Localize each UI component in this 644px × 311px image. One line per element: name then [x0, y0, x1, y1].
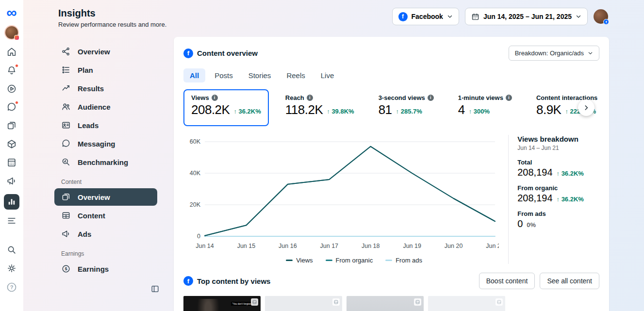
info-icon[interactable]	[212, 95, 218, 101]
metric-label: 3-second views	[379, 94, 425, 101]
svg-text:?: ?	[10, 284, 14, 290]
svg-text:20K: 20K	[190, 201, 201, 208]
calendar-icon	[471, 13, 479, 21]
tab-reels[interactable]: Reels	[280, 68, 311, 82]
metric-card-views[interactable]: Views 208.2K↑ 36.2K%	[183, 89, 269, 126]
media-type-icon	[332, 298, 340, 306]
sidebar-item-label: Leads	[78, 121, 99, 130]
profile-avatar[interactable]	[594, 9, 608, 24]
breakdown-value: 0	[517, 219, 523, 229]
svg-text:Jun 14: Jun 14	[196, 243, 214, 249]
svg-text:Jun 21: Jun 21	[486, 243, 499, 249]
sidebar-item-label: Audience	[78, 103, 111, 111]
sidebar-item-label: Content	[78, 212, 105, 220]
breakdown-row-total: Total 208,194↑ 36.2K%	[517, 159, 599, 177]
date-range-button[interactable]: Jun 14, 2025 – Jun 21, 2025	[465, 8, 588, 25]
sidebar-item-label: Ads	[78, 230, 91, 238]
legend-swatch	[326, 260, 332, 262]
chevron-down-icon	[588, 50, 593, 56]
info-icon[interactable]	[307, 95, 313, 101]
see-all-content-button[interactable]: See all content	[540, 273, 599, 289]
sidebar-item-ads[interactable]: Ads	[54, 225, 157, 243]
top-content-thumbnails: "You don't forgive...	[183, 296, 599, 311]
metric-change: 300%	[474, 108, 490, 115]
up-arrow-icon: ↑	[469, 108, 472, 115]
sidebar-item-messaging[interactable]: Messaging	[54, 135, 157, 152]
app-rail: ∞	[0, 0, 23, 311]
sidebar-item-audience[interactable]: Audience	[54, 98, 157, 115]
sidebar-item-results[interactable]: Results	[54, 80, 157, 97]
legend-item-from-ads: From ads	[385, 257, 422, 264]
settings-gear-icon[interactable]	[6, 263, 17, 274]
collapse-sidebar-icon[interactable]	[150, 284, 160, 295]
tab-all[interactable]: All	[183, 68, 205, 82]
commerce-icon[interactable]	[6, 139, 17, 149]
metric-value: 81	[379, 103, 392, 116]
ads-megaphone-icon[interactable]	[6, 176, 17, 186]
content-thumbnail[interactable]: "You don't forgive...	[183, 296, 261, 311]
views-line-chart: 020K40K60KJun 14Jun 15Jun 16Jun 17Jun 18…	[183, 135, 499, 254]
metric-change: 39.8K%	[331, 108, 354, 115]
meta-logo[interactable]: ∞	[6, 7, 17, 18]
scroll-metrics-right-button[interactable]	[578, 99, 594, 116]
sidebar-item-overview[interactable]: Overview	[54, 43, 157, 60]
thumbnail-caption: "You don't forgive...	[231, 302, 254, 306]
sidebar-item-leads[interactable]: Leads	[54, 116, 157, 134]
svg-text:60K: 60K	[190, 138, 201, 145]
sidebar-item-benchmarking[interactable]: Benchmarking	[54, 153, 157, 171]
facebook-logo-icon	[183, 49, 193, 58]
metric-card-3-second-views[interactable]: 3-second views 81↑ 285.7%	[371, 89, 442, 126]
tab-posts[interactable]: Posts	[208, 68, 239, 82]
search-icon[interactable]	[6, 245, 17, 255]
up-arrow-icon: ↑	[327, 108, 330, 115]
sidebar-item-label: Plan	[78, 66, 93, 74]
svg-text:40K: 40K	[190, 170, 201, 177]
monetization-icon[interactable]	[6, 157, 17, 168]
home-icon[interactable]	[6, 47, 17, 57]
metric-change: 285.7%	[401, 108, 422, 115]
sidebar-item-earnings[interactable]: $ Earnings	[54, 260, 157, 278]
metric-card-reach[interactable]: Reach 118.2K↑ 39.8K%	[278, 89, 362, 126]
help-icon[interactable]: ?	[6, 281, 17, 293]
breakdown-dropdown[interactable]: Breakdown: Organic/ads	[509, 46, 599, 61]
sidebar-item-label: Overview	[78, 48, 110, 56]
insights-icon-active[interactable]	[4, 194, 19, 210]
notifications-bell-icon[interactable]	[6, 65, 17, 76]
content-thumbnail[interactable]	[347, 296, 424, 311]
views-breakdown-daterange: Jun 14 – Jun 21	[517, 145, 599, 151]
facebook-logo-icon	[183, 276, 193, 286]
all-tools-icon[interactable]	[6, 215, 17, 226]
info-icon[interactable]	[506, 95, 512, 101]
content-thumbnail[interactable]	[428, 296, 505, 311]
tab-live[interactable]: Live	[314, 68, 341, 82]
metric-value: 208.2K	[191, 103, 230, 116]
views-breakdown-panel: Views breakdown Jun 14 – Jun 21 Total 20…	[508, 135, 599, 264]
metric-value: 4	[458, 103, 465, 116]
video-still	[197, 299, 219, 311]
metric-card-1-minute-views[interactable]: 1-minute views 4↑ 300%	[450, 89, 520, 126]
sidebar-item-plan[interactable]: Plan	[54, 61, 157, 79]
boost-content-button[interactable]: Boost content	[479, 273, 535, 289]
metric-change: 36.2K%	[239, 108, 261, 115]
content-overview-card: Content overview Breakdown: Organic/ads …	[174, 37, 609, 311]
sidebar-item-label: Overview	[78, 193, 110, 201]
info-icon[interactable]	[428, 95, 434, 101]
metric-label: Reach	[285, 94, 304, 101]
content-posts-icon[interactable]	[6, 120, 17, 131]
breakdown-row-organic: From organic 208,194↑ 36.2K%	[517, 184, 599, 203]
tab-stories[interactable]: Stories	[242, 68, 278, 82]
content-thumbnail[interactable]	[265, 296, 342, 311]
media-type-icon	[414, 298, 421, 306]
svg-text:Jun 17: Jun 17	[320, 243, 339, 249]
topbar: Facebook Jun 14, 2025 – Jun 21, 2025	[392, 8, 608, 25]
section-label-content: Content	[61, 179, 174, 185]
rail-profile-avatar[interactable]	[5, 26, 18, 39]
sidebar-item-content-overview[interactable]: Overview	[54, 188, 157, 206]
instagram-badge-icon	[14, 35, 19, 40]
ads-manager-icon[interactable]	[6, 83, 17, 94]
inbox-chat-icon[interactable]	[6, 102, 17, 113]
account-selector-button[interactable]: Facebook	[392, 8, 459, 25]
metric-cards-row: Views 208.2K↑ 36.2K% Reach 118.2K↑ 39.8K…	[183, 89, 599, 126]
sidebar-item-content[interactable]: Content	[54, 207, 157, 224]
svg-text:Jun 18: Jun 18	[362, 243, 380, 249]
